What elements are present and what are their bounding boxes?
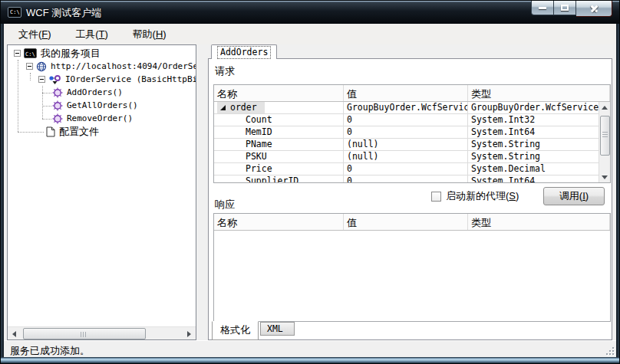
resize-grip[interactable] — [605, 346, 614, 355]
response-grid-header: 名称 值 类型 — [214, 214, 610, 231]
column-header-value[interactable]: 值 — [344, 214, 468, 230]
request-section-label: 请求 — [215, 64, 235, 78]
invoke-button[interactable]: 调用(I) — [543, 187, 605, 205]
close-icon — [590, 5, 599, 13]
column-header-name[interactable]: 名称 — [214, 85, 344, 101]
request-grid-header: 名称 值 类型 — [214, 85, 610, 102]
collapse-icon[interactable] — [38, 76, 45, 83]
arrow-left-icon — [12, 331, 16, 337]
tab-formatted[interactable]: 格式化 — [212, 321, 259, 340]
menu-bar: 文件(F) 工具(T) 帮助(H) — [4, 24, 616, 44]
tab-addorders[interactable]: AddOrders — [211, 44, 277, 59]
tree-item-endpoint[interactable]: http://localhost:4094/OrderServic — [26, 60, 196, 73]
operation-panel: AddOrders 请求 名称 值 类型 order GroupBuyOrder… — [208, 44, 612, 340]
title-bar[interactable]: C:\ WCF 测试客户端 — [1, 1, 619, 24]
scroll-up-button[interactable] — [599, 102, 610, 113]
status-message: 服务已成功添加。 — [10, 344, 90, 358]
thumb-grip — [602, 132, 608, 139]
tree-horizontal-scrollbar[interactable] — [8, 326, 196, 339]
tree-connector — [42, 119, 51, 120]
method-icon — [52, 113, 63, 124]
column-header-value[interactable]: 值 — [344, 85, 468, 101]
collapse-icon[interactable] — [14, 50, 21, 57]
scrollbar-thumb[interactable] — [600, 116, 610, 156]
menu-tools[interactable]: 工具(T) — [65, 24, 118, 44]
close-button[interactable] — [576, 1, 612, 17]
globe-icon — [36, 61, 47, 72]
tree-item-addorders[interactable]: AddOrders() — [52, 86, 123, 99]
response-section-label: 响应 — [215, 198, 235, 212]
tree-item-iorderservice[interactable]: IOrderService (BasicHttpBindin — [38, 73, 196, 86]
client-area: 文件(F) 工具(T) 帮助(H) C:\ 我的服务项目 — [4, 24, 616, 357]
tree-item-my-service-project[interactable]: C:\ 我的服务项目 — [14, 47, 101, 60]
start-new-proxy-label[interactable]: 启动新的代理(S) — [446, 189, 519, 203]
menu-file[interactable]: 文件(F) — [8, 24, 61, 44]
arrow-up-icon — [602, 106, 608, 110]
arrow-right-icon — [187, 331, 191, 337]
start-new-proxy-checkbox[interactable] — [431, 192, 441, 202]
document-icon — [46, 126, 55, 137]
maximize-button[interactable] — [554, 1, 576, 15]
tab-xml[interactable]: XML — [260, 322, 295, 336]
method-icon — [52, 100, 63, 111]
request-grid[interactable]: 名称 值 类型 order GroupBuyOrder.WcfService.M… — [213, 84, 611, 183]
thumb-grip — [81, 332, 87, 337]
column-header-name[interactable]: 名称 — [214, 214, 344, 230]
expanded-triangle-icon[interactable] — [220, 105, 226, 110]
table-row-pname[interactable]: PName (null) System.String — [214, 139, 610, 151]
minimize-button[interactable] — [531, 1, 554, 15]
tree-connector — [18, 60, 18, 132]
request-grid-vertical-scrollbar[interactable] — [599, 102, 610, 182]
table-row-psku[interactable]: PSKU (null) System.String — [214, 151, 610, 163]
tree-item-removeorder[interactable]: RemoveOrder() — [52, 112, 133, 125]
order-node-chip: order — [217, 102, 265, 113]
window-frame-bottom — [1, 357, 619, 363]
service-endpoint-icon — [48, 74, 61, 85]
table-row-supplierid[interactable]: SupplierID 0 System.Int64 — [214, 175, 610, 183]
tree-connector — [30, 73, 31, 80]
table-row-order[interactable]: order GroupBuyOrder.WcfService.Mo GroupB… — [214, 102, 610, 114]
table-row-count[interactable]: Count 0 System.Int32 — [214, 114, 610, 126]
menu-help[interactable]: 帮助(H) — [123, 24, 176, 44]
start-new-proxy-option: 启动新的代理(S) — [431, 189, 519, 203]
service-tree: C:\ 我的服务项目 http://localhost:4094/OrderSe… — [8, 45, 196, 326]
scroll-left-button[interactable] — [8, 327, 21, 340]
arrow-down-icon — [602, 175, 608, 179]
service-tree-panel: C:\ 我的服务项目 http://localhost:4094/OrderSe… — [7, 44, 196, 340]
console-icon: C:\ — [24, 48, 37, 58]
method-icon — [52, 87, 63, 98]
maximize-icon — [561, 5, 569, 11]
table-row-memid[interactable]: MemID 0 System.Int64 — [214, 126, 610, 139]
tree-connector — [42, 93, 51, 93]
tree-item-config-file[interactable]: 配置文件 — [46, 125, 99, 138]
tree-connector — [42, 86, 43, 119]
status-bar: 服务已成功添加。 — [4, 340, 616, 357]
column-header-type[interactable]: 类型 — [468, 214, 610, 230]
tree-connector — [18, 132, 44, 133]
tree-connector — [42, 106, 51, 107]
collapse-icon[interactable] — [26, 63, 33, 70]
scrollbar-thumb[interactable] — [23, 328, 146, 339]
window-controls — [531, 1, 612, 17]
view-mode-tabs: 格式化 XML — [212, 322, 295, 338]
wcf-test-client-window: C:\ WCF 测试客户端 文件(F) 工具(T) 帮助(H) — [0, 0, 620, 364]
tree-item-getallorders[interactable]: GetAllOrders() — [52, 99, 138, 112]
response-grid[interactable]: 名称 值 类型 — [213, 213, 611, 322]
scroll-right-button[interactable] — [183, 327, 196, 340]
minimize-icon — [539, 7, 546, 9]
console-app-icon: C:\ — [8, 7, 21, 18]
column-header-type[interactable]: 类型 — [468, 85, 610, 101]
scroll-down-button[interactable] — [599, 172, 610, 182]
window-title: WCF 测试客户端 — [26, 6, 101, 20]
window-frame-right — [616, 24, 619, 357]
svg-text:C:\: C:\ — [25, 51, 35, 57]
table-row-price[interactable]: Price 0 System.Decimal — [214, 163, 610, 175]
addorders-tab-page: 请求 名称 值 类型 order GroupBuyOrder.WcfServic… — [208, 58, 612, 340]
